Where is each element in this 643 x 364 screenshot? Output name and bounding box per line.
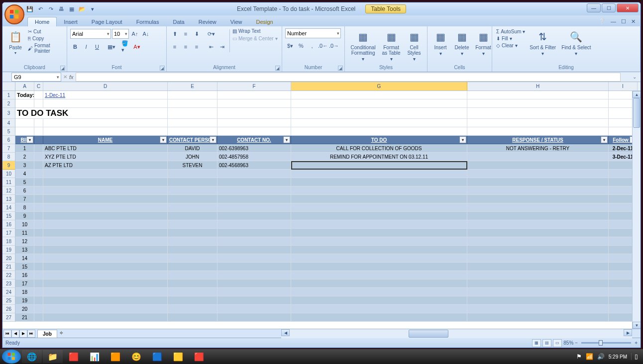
format-cells-button[interactable]: ▦Format ▾ <box>473 28 493 57</box>
cell[interactable] <box>34 254 43 263</box>
row-header-2[interactable]: 2 <box>2 99 15 108</box>
clear-button[interactable]: ◇Clear ▾ <box>495 42 526 49</box>
cell[interactable] <box>467 271 609 279</box>
cell[interactable] <box>43 279 168 288</box>
delete-cells-button[interactable]: ▦Delete ▾ <box>452 28 472 57</box>
cell[interactable] <box>217 271 291 279</box>
cell[interactable] <box>168 296 217 305</box>
cell[interactable] <box>34 212 43 220</box>
minimize-button[interactable]: — <box>587 3 601 12</box>
cell[interactable]: 10 <box>15 220 34 229</box>
cell[interactable] <box>168 237 217 246</box>
cell[interactable] <box>467 99 609 108</box>
tab-formulas[interactable]: Formulas <box>129 17 166 26</box>
cell[interactable] <box>217 91 291 99</box>
cell[interactable] <box>34 313 43 322</box>
border-button[interactable]: ▦▾ <box>107 42 116 52</box>
cell[interactable] <box>34 237 43 246</box>
cell[interactable] <box>43 229 168 237</box>
cell[interactable] <box>43 170 168 178</box>
new-icon[interactable]: ▦ <box>67 4 76 13</box>
cell[interactable] <box>168 108 217 119</box>
zoom-in-icon[interactable]: + <box>635 340 638 346</box>
normal-view-icon[interactable]: ▦ <box>532 339 541 347</box>
cell[interactable]: 19 <box>15 296 34 305</box>
cell[interactable] <box>168 170 217 178</box>
cell[interactable] <box>467 186 609 195</box>
cell[interactable] <box>34 161 43 170</box>
font-size-combo[interactable]: 10 <box>112 29 129 39</box>
zoom-slider[interactable] <box>581 342 631 344</box>
cell[interactable] <box>467 279 609 288</box>
next-sheet-icon[interactable]: ▶ <box>19 330 27 338</box>
cell[interactable]: CALL FOR COLLECTION OF GOODS <box>291 144 467 153</box>
cell[interactable]: Today: <box>15 91 34 99</box>
cell[interactable] <box>43 313 168 322</box>
zoom-level[interactable]: 85% <box>563 340 573 346</box>
new-sheet-icon[interactable]: ✧ <box>59 330 68 337</box>
cell[interactable] <box>467 153 609 161</box>
filter-dropdown-icon[interactable]: ▾ <box>601 136 608 143</box>
row-header-4[interactable]: 4 <box>2 119 15 127</box>
font-color-button[interactable]: A▾ <box>132 42 142 52</box>
taskbar-app-icon[interactable]: 🟥 <box>64 350 84 363</box>
cell[interactable]: STEVEN <box>168 161 217 170</box>
tray-network-icon[interactable]: 📶 <box>586 353 593 360</box>
number-format-combo[interactable]: Number <box>285 28 341 38</box>
taskbar-app5-icon[interactable]: 🟨 <box>168 350 188 363</box>
cell[interactable]: 11 <box>15 229 34 237</box>
cell[interactable] <box>217 237 291 246</box>
font-name-combo[interactable]: Arial <box>70 29 111 39</box>
cell[interactable] <box>291 288 467 296</box>
align-middle-icon[interactable]: ≡ <box>181 29 191 39</box>
col-header-C[interactable]: C <box>34 82 43 91</box>
row-header-5[interactable]: 5 <box>2 127 15 136</box>
help-icon[interactable]: ❔ <box>599 18 606 25</box>
cell[interactable] <box>43 212 168 220</box>
merge-center-button[interactable]: ▭Merge & Center ▾ <box>232 36 278 41</box>
alignment-launcher-icon[interactable]: ◢ <box>275 66 280 71</box>
tab-design[interactable]: Design <box>249 17 280 26</box>
cell[interactable] <box>217 263 291 271</box>
cell[interactable] <box>291 170 467 178</box>
cell[interactable]: JOHN <box>168 153 217 161</box>
cell[interactable] <box>34 288 43 296</box>
last-sheet-icon[interactable]: ⏭ <box>27 330 35 338</box>
cell[interactable] <box>168 178 217 186</box>
row-header-13[interactable]: 13 <box>2 195 15 203</box>
cell[interactable] <box>168 99 217 108</box>
zoom-handle[interactable] <box>599 340 603 346</box>
insert-cells-button[interactable]: ▦Insert ▾ <box>430 28 450 57</box>
cell[interactable] <box>43 203 168 212</box>
cell[interactable] <box>217 305 291 313</box>
filter-dropdown-icon[interactable]: ▾ <box>160 136 167 143</box>
col-header-D[interactable]: D <box>43 82 168 91</box>
cell[interactable] <box>15 99 34 108</box>
zoom-out-icon[interactable]: − <box>575 340 578 346</box>
cell[interactable] <box>217 279 291 288</box>
bold-button[interactable]: B <box>70 42 80 52</box>
cell[interactable] <box>217 254 291 263</box>
row-header-25[interactable]: 25 <box>2 296 15 305</box>
cell[interactable] <box>291 212 467 220</box>
cell[interactable] <box>168 263 217 271</box>
cell[interactable] <box>467 237 609 246</box>
cell[interactable] <box>168 220 217 229</box>
cell[interactable] <box>467 263 609 271</box>
row-header-6[interactable]: 6 <box>2 136 15 144</box>
tab-insert[interactable]: Insert <box>57 17 85 26</box>
taskbar-app6-icon[interactable]: 🟥 <box>189 350 209 363</box>
align-bottom-icon[interactable]: ⬇ <box>192 29 202 39</box>
cell[interactable] <box>467 229 609 237</box>
increase-indent-icon[interactable]: ⇥ <box>217 42 227 52</box>
table-header[interactable]: BIL▾ <box>15 136 34 144</box>
filter-dropdown-icon[interactable]: ▾ <box>26 136 33 143</box>
align-top-icon[interactable]: ⬆ <box>170 29 180 39</box>
comma-icon[interactable]: , <box>307 41 317 51</box>
cell[interactable] <box>467 108 609 119</box>
filter-dropdown-icon[interactable]: ▾ <box>210 136 216 143</box>
cell[interactable] <box>34 263 43 271</box>
row-header-10[interactable]: 10 <box>2 170 15 178</box>
cell[interactable] <box>217 127 291 136</box>
cell[interactable] <box>43 271 168 279</box>
